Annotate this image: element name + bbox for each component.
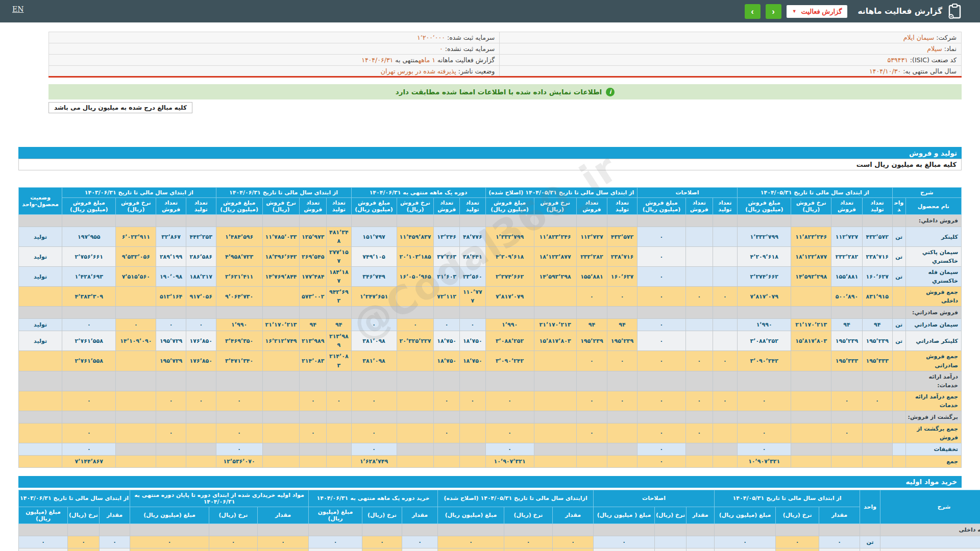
value-cell: ۰: [300, 423, 327, 443]
value-cell: [438, 548, 504, 551]
value-cell: [327, 443, 352, 455]
language-toggle-en[interactable]: EN: [12, 5, 23, 13]
column-group-header: مواد اولیه خریداری شده از ابتدای دوره تا…: [130, 490, 309, 507]
row-label-cell: جمع فروش صادراتی: [905, 351, 961, 371]
value-cell: ۳۷٬۲۶۳: [434, 247, 460, 267]
value-cell: ۱٬۹۹۰: [485, 319, 534, 331]
field-value: ۵۳۹۴۳۱: [888, 56, 908, 64]
value-cell: [791, 411, 831, 423]
value-cell: ۱۹۵٬۲۳۹: [607, 331, 638, 351]
value-cell: [485, 371, 534, 391]
value-cell: ۴۳۲٬۵۷۲: [607, 227, 638, 247]
value-cell: [156, 411, 186, 423]
value-cell: ۱۱٬۴۵۹٬۸۳۷: [397, 227, 434, 247]
value-cell: ۲٬۲۷۴٬۶۶۲: [485, 267, 534, 287]
value-cell: [459, 307, 485, 319]
company-info-cell: وضعیت ناشر: پذیرفته شده در بورس تهران: [49, 66, 500, 77]
value-cell: [791, 307, 831, 319]
value-cell: [434, 411, 460, 423]
value-cell: [687, 536, 715, 548]
value-cell: ۲۱٬۱۷۰٬۲۱۳: [534, 319, 576, 331]
column-group-header: ازابتدای سال مالی تا تاریخ ۱۴۰۴/۰۵/۳۱ (ا…: [438, 490, 594, 507]
value-cell: ۱۴٬۵۹۲٬۲۹۸: [791, 267, 831, 287]
value-cell: ۰: [130, 536, 209, 548]
value-cell: ۰: [713, 391, 738, 411]
column-group-header: از ابتدای سال مالی تا تاریخ ۱۴۰۴/۰۶/۳۱: [216, 188, 351, 198]
value-cell: ۹۱۷٬۰۵۶: [186, 287, 216, 307]
unit-cell: [892, 351, 905, 371]
field-value: ۰: [439, 45, 443, 53]
value-cell: [715, 548, 776, 551]
field-label: گزارش فعالیت ماهانه: [435, 56, 495, 64]
column-header: تعداد فروش: [434, 198, 460, 215]
value-cell: [459, 455, 485, 467]
value-cell: ۰: [351, 391, 397, 411]
field-value: سیمان ایلام: [903, 34, 935, 41]
nav-prev-button[interactable]: ‹: [745, 4, 761, 19]
value-cell: [713, 411, 738, 423]
value-cell: ۲۳۸٬۷۱۶: [607, 247, 638, 267]
value-cell: [327, 423, 352, 443]
value-cell: ۳۸۱٬۰۹۸: [351, 331, 397, 351]
value-cell: [576, 215, 607, 227]
value-cell: ۱۸۴٬۱۸۷: [327, 267, 352, 287]
value-cell: ۳٬۰۸۸٬۲۵۲: [485, 331, 534, 351]
value-cell: ۱۴٬۱۰۹٬۰۹۰: [116, 331, 156, 351]
value-cell: [434, 215, 460, 227]
value-cell: [262, 411, 300, 423]
value-cell: ۱۱٬۸۲۳٬۲۴۶: [534, 227, 576, 247]
status-cell: [19, 287, 62, 307]
report-type-dropdown[interactable]: ▼ گزارش فعالیت: [787, 5, 848, 18]
value-cell: [156, 307, 186, 319]
value-cell: [685, 267, 713, 287]
value-cell: [534, 287, 576, 307]
field-label: سال مالی منتهی به:: [901, 67, 957, 75]
value-cell: ۰: [438, 536, 504, 548]
value-cell: ۳٬۴۷۱٬۳۴۰: [216, 351, 262, 371]
field-value: ۱۴۰۴/۰۶/۳۱: [361, 56, 393, 64]
value-cell: ۱۹۷٬۹۵۵: [62, 227, 116, 247]
value-cell: ۱۳٬۲۴۶: [434, 227, 460, 247]
value-cell: [397, 411, 434, 423]
value-cell: ۰: [62, 443, 116, 455]
value-cell: ۱۶٬۲۱۲٬۷۴۹: [262, 331, 300, 351]
value-cell: [68, 548, 100, 551]
value-cell: ۰: [100, 536, 130, 548]
value-cell: ۱۸٬۷۵۰: [459, 331, 485, 351]
value-cell: ۳۸۱٬۰۹۸: [351, 351, 397, 371]
amounts-note-box: کلیه مبالغ درج شده به میلیون ریال می باش…: [48, 102, 192, 113]
value-cell: ۰: [209, 536, 258, 548]
value-cell: [216, 411, 262, 423]
topbar-controls: ‹ › ▼ گزارش فعالیت گزارش فعالیت ماهانه: [745, 0, 962, 22]
nav-next-button[interactable]: ›: [766, 4, 781, 19]
value-cell: ۰: [156, 319, 186, 331]
value-cell: [116, 215, 156, 227]
value-cell: [300, 307, 327, 319]
value-cell: [351, 411, 397, 423]
table-row: سیمان فله خاکستريتن۱۶۰٬۶۲۷۱۵۵٬۸۸۱۱۴٬۵۹۲٬…: [19, 267, 962, 287]
value-cell: ۰: [156, 423, 186, 443]
status-cell: تولید: [19, 247, 62, 267]
value-cell: ۲۷۷٬۱۵۷: [327, 247, 352, 267]
group-header-row: فروش داخلي:: [19, 215, 962, 227]
value-cell: [130, 523, 209, 536]
value-cell: ۰: [607, 391, 638, 411]
value-cell: [607, 371, 638, 391]
report-type-dropdown-label: گزارش فعالیت: [801, 8, 842, 15]
company-info-cell: گزارش فعالیت ماهانه ۱ ماههمنتهی به ۱۴۰۴/…: [49, 55, 500, 66]
value-cell: [186, 371, 216, 391]
status-cell: تولید: [19, 319, 62, 331]
value-cell: ۹۴: [607, 319, 638, 331]
value-cell: [831, 455, 863, 467]
column-group-header: اصلاحات: [594, 490, 715, 507]
value-cell: [186, 455, 216, 467]
value-cell: [534, 423, 576, 443]
value-cell: ۰: [485, 443, 534, 455]
value-cell: ۱۶٬۰۵۰٬۹۶۵: [397, 267, 434, 287]
column-group-header: خرید دوره یک ماهه منتهی به ۱۴۰۴/۰۶/۳۱: [309, 490, 438, 507]
group-header-row: فروش صادراتي:: [19, 307, 962, 319]
column-group-header: از ابتدای سال مالی تا تاریخ ۱۴۰۳/۰۶/۳۱: [19, 490, 130, 507]
value-cell: [262, 391, 300, 411]
field-value: ۱ ماهه: [418, 56, 435, 64]
column-header: مبلغ فروش (میلیون ریال): [637, 198, 685, 215]
